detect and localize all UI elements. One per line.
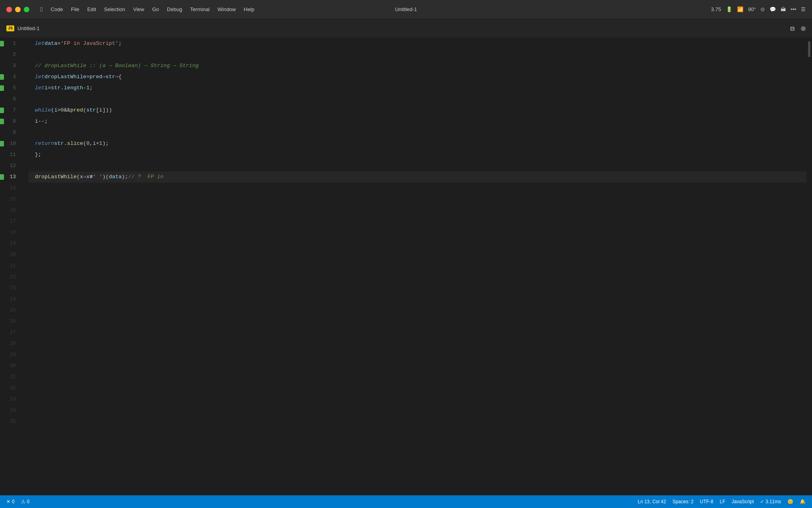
editor-header: JS Untitled-1 ⊟	[0, 19, 812, 38]
code-line-14	[29, 183, 806, 194]
breakpoint-5[interactable]	[0, 85, 4, 91]
list-icon[interactable]: ☰	[801, 6, 806, 12]
line-number-20: 20	[0, 249, 22, 260]
menu-terminal[interactable]: Terminal	[187, 5, 213, 14]
menu-code[interactable]: Code	[48, 5, 66, 14]
line-number-19: 19	[0, 238, 22, 249]
line-ending[interactable]: LF	[720, 499, 725, 504]
code-line-18	[29, 227, 806, 238]
close-button[interactable]	[6, 7, 12, 12]
line-number-4: 4	[0, 71, 22, 83]
code-line-9	[29, 127, 806, 138]
spaces-setting[interactable]: Spaces: 2	[672, 499, 693, 504]
error-number: 0	[12, 499, 15, 504]
menu-go[interactable]: Go	[149, 5, 162, 14]
code-line-30	[29, 360, 806, 371]
titlebar-right: 3.75 🔋 📶 90° ⊙ 💬 🏔 ••• ☰	[711, 6, 806, 12]
menu-debug[interactable]: Debug	[164, 5, 185, 14]
line-number-26: 26	[0, 316, 22, 327]
code-line-1: let data = 'FP in JavaScript';	[29, 38, 806, 49]
js-icon: JS	[6, 25, 14, 31]
breakpoint-7[interactable]	[0, 108, 4, 113]
code-line-16	[29, 205, 806, 216]
code-line-5: let i = str.length - 1;	[29, 83, 806, 94]
breakpoint-13[interactable]	[0, 174, 4, 180]
menu-file[interactable]: File	[68, 5, 82, 14]
status-bar: ✕ 0 ⚠ 0 Ln 13, Col 42 Spaces: 2 UTF-8 LF…	[0, 495, 812, 508]
cursor-position[interactable]: Ln 13, Col 42	[638, 499, 666, 504]
battery-icon: 🔋	[726, 6, 732, 12]
breakpoint-10[interactable]	[0, 141, 4, 146]
line-number-25: 25	[0, 305, 22, 316]
split-editor-icon[interactable]: ⊟	[790, 24, 795, 33]
bell-icon[interactable]: 🔔	[800, 499, 806, 504]
timing: ✓ 3.11ms	[760, 499, 781, 504]
error-icon: ✕	[6, 499, 10, 504]
emoji-icon[interactable]: 😊	[787, 499, 793, 504]
code-line-15	[29, 194, 806, 205]
code-line-10: return str.slice(0, i + 1);	[29, 138, 806, 149]
line-number-18: 18	[0, 227, 22, 238]
tab-title[interactable]: Untitled-1	[17, 25, 40, 31]
line-number-14: 14	[0, 183, 22, 194]
warning-count[interactable]: ⚠ 0	[21, 499, 30, 504]
code-line-17	[29, 216, 806, 227]
code-line-35	[29, 416, 806, 427]
menu-window[interactable]: Window	[214, 5, 239, 14]
line-number-29: 29	[0, 349, 22, 360]
code-line-27	[29, 327, 806, 338]
scrollbar-track[interactable]	[806, 38, 812, 495]
code-line-13: dropLastWhile(x ⇒ x ≢ ' ')(data); // ? F…	[29, 171, 806, 183]
line-number-10: 10	[0, 138, 22, 149]
encoding[interactable]: UTF-8	[700, 499, 713, 504]
line-number-1: 1	[0, 38, 22, 49]
minimize-button[interactable]	[15, 7, 21, 12]
editor-body: 1234567891011121314151617181920212223242…	[0, 38, 812, 495]
line-number-7: 7	[0, 105, 22, 116]
maximize-button[interactable]	[24, 7, 29, 12]
breakpoint-4[interactable]	[0, 74, 4, 80]
code-line-22	[29, 271, 806, 283]
titlebar:  Code File Edit Selection View Go Debug…	[0, 0, 812, 19]
code-line-33	[29, 394, 806, 405]
code-line-6	[29, 94, 806, 105]
code-line-11: };	[29, 149, 806, 160]
traffic-lights	[6, 7, 29, 12]
scrollbar-thumb[interactable]	[808, 41, 810, 57]
line-number-17: 17	[0, 216, 22, 227]
line-number-5: 5	[0, 83, 22, 94]
code-line-23	[29, 283, 806, 294]
line-number-22: 22	[0, 271, 22, 283]
line-number-31: 31	[0, 371, 22, 383]
code-area[interactable]: let data = 'FP in JavaScript';// dropLas…	[29, 38, 806, 495]
code-line-31	[29, 371, 806, 383]
line-number-3: 3	[0, 60, 22, 71]
line-number-16: 16	[0, 205, 22, 216]
apple-menu[interactable]: 	[37, 4, 46, 15]
line-number-34: 34	[0, 405, 22, 416]
menu-edit[interactable]: Edit	[84, 5, 99, 14]
menu-selection[interactable]: Selection	[101, 5, 128, 14]
line-number-6: 6	[0, 94, 22, 105]
code-line-24	[29, 294, 806, 305]
breakpoint-8[interactable]	[0, 119, 4, 124]
navigation-icon: ⊙	[760, 6, 765, 12]
menu-view[interactable]: View	[130, 5, 147, 14]
line-numbers: 1234567891011121314151617181920212223242…	[0, 38, 29, 495]
line-number-28: 28	[0, 338, 22, 349]
breakpoint-1[interactable]	[0, 41, 4, 46]
language-mode[interactable]: JavaScript	[732, 499, 754, 504]
warning-icon: ⚠	[21, 499, 25, 504]
code-line-8: i--;	[29, 116, 806, 127]
code-line-32	[29, 383, 806, 394]
system-status-text: 3.75	[711, 6, 721, 12]
line-number-24: 24	[0, 294, 22, 305]
status-left: ✕ 0 ⚠ 0	[6, 499, 29, 504]
error-count[interactable]: ✕ 0	[6, 499, 15, 504]
more-icon[interactable]: •••	[791, 6, 796, 12]
line-number-30: 30	[0, 360, 22, 371]
code-line-29	[29, 349, 806, 360]
menu-help[interactable]: Help	[241, 5, 258, 14]
code-line-12	[29, 160, 806, 171]
code-line-2	[29, 49, 806, 60]
